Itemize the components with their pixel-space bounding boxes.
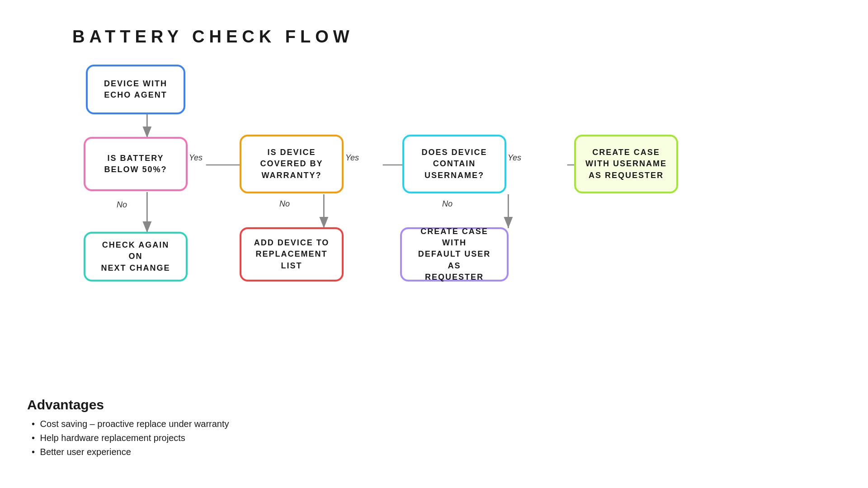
node-create-case-label: CREATE CASE WITH USERNAME AS REQUESTER (585, 147, 667, 181)
node-start: DEVICE WITH ECHO AGENT (86, 65, 185, 114)
advantage-item-3: Better user experience (32, 447, 229, 457)
advantages-section: Advantages Cost saving – proactive repla… (27, 397, 229, 461)
yes-label-2: Yes (345, 153, 359, 163)
node-username-label: DOES DEVICE CONTAIN USERNAME? (421, 147, 487, 181)
node-add-device: ADD DEVICE TO REPLACEMENT LIST (240, 227, 344, 282)
node-default-user-label: CREATE CASE WITH DEFAULT USER AS REQUEST… (411, 226, 498, 283)
no-label-1: No (117, 200, 127, 210)
no-label-2: No (279, 199, 290, 209)
advantages-list: Cost saving – proactive replace under wa… (27, 419, 229, 457)
node-warranty: IS DEVICE COVERED BY WARRANTY? (240, 135, 344, 193)
node-create-case: CREATE CASE WITH USERNAME AS REQUESTER (574, 135, 678, 193)
advantage-item-2: Help hardware replacement projects (32, 433, 229, 443)
node-username: DOES DEVICE CONTAIN USERNAME? (402, 135, 506, 193)
node-battery-label: IS BATTERY BELOW 50%? (104, 153, 167, 175)
node-check-again-label: CHECK AGAIN ON NEXT CHANGE (94, 239, 177, 274)
node-default-user: CREATE CASE WITH DEFAULT USER AS REQUEST… (400, 227, 509, 282)
no-label-3: No (442, 199, 453, 209)
page-title: BATTERY CHECK FLOW (72, 27, 841, 47)
node-warranty-label: IS DEVICE COVERED BY WARRANTY? (260, 147, 323, 181)
yes-label-1: Yes (189, 153, 203, 163)
advantage-item-1: Cost saving – proactive replace under wa… (32, 419, 229, 429)
node-check-again: CHECK AGAIN ON NEXT CHANGE (84, 232, 188, 282)
yes-label-3: Yes (508, 153, 521, 163)
node-add-device-label: ADD DEVICE TO REPLACEMENT LIST (254, 237, 330, 272)
advantages-title: Advantages (27, 397, 229, 413)
node-battery: IS BATTERY BELOW 50%? (84, 137, 188, 191)
node-start-label: DEVICE WITH ECHO AGENT (104, 78, 167, 101)
